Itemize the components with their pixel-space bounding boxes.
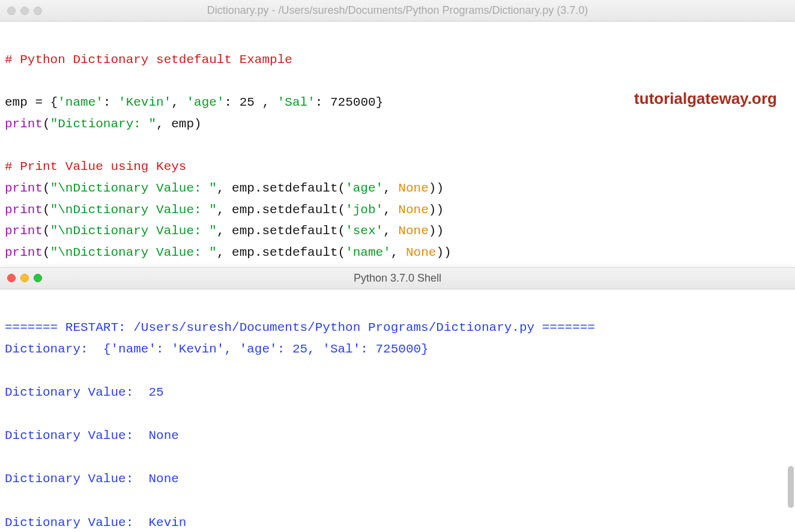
shell-output[interactable]: ======= RESTART: /Users/suresh/Documents… — [0, 289, 795, 532]
shell-titlebar: Python 3.7.0 Shell — [0, 268, 795, 289]
editor-window-title: Dictionary.py - /Users/suresh/Documents/… — [0, 4, 795, 17]
code-text: print("\nDictionary Value: ", emp.setdef… — [5, 203, 444, 217]
shell-traffic-lights — [7, 274, 42, 282]
shell-output-line: Dictionary Value: Kevin — [5, 516, 186, 530]
close-icon[interactable] — [7, 7, 16, 15]
code-text: print("Dictionary: ", emp) — [5, 117, 202, 131]
shell-output-line: Dictionary Value: None — [5, 429, 179, 443]
editor-titlebar: Dictionary.py - /Users/suresh/Documents/… — [0, 0, 795, 22]
shell-restart-line: ======= RESTART: /Users/suresh/Documents… — [5, 321, 595, 334]
scrollbar-thumb[interactable] — [788, 466, 794, 508]
code-comment: # Python Dictionary setdefault Example — [5, 53, 292, 67]
code-editor[interactable]: tutorialgateway.org# Python Dictionary s… — [0, 22, 795, 267]
editor-traffic-lights — [7, 7, 42, 15]
code-text: print("\nDictionary Value: ", emp.setdef… — [5, 181, 444, 195]
code-text: print("\nDictionary Value: ", emp.setdef… — [5, 246, 452, 259]
maximize-icon[interactable] — [34, 274, 42, 282]
code-text: emp = {'name': 'Kevin', 'age': 25 , 'Sal… — [5, 95, 383, 109]
shell-output-line: Dictionary: {'name': 'Kevin', 'age': 25,… — [5, 342, 429, 356]
shell-output-line: Dictionary Value: None — [5, 472, 179, 486]
shell-output-line: Dictionary Value: 25 — [5, 385, 164, 399]
code-comment: # Print Value using Keys — [5, 160, 186, 174]
scrollbar-vertical[interactable] — [788, 268, 794, 532]
minimize-icon[interactable] — [20, 7, 29, 15]
close-icon[interactable] — [7, 274, 16, 282]
maximize-icon[interactable] — [34, 7, 42, 15]
shell-window-title: Python 3.7.0 Shell — [0, 272, 795, 285]
minimize-icon[interactable] — [20, 274, 29, 282]
watermark-text: tutorialgateway.org — [634, 85, 777, 112]
code-text: print("\nDictionary Value: ", emp.setdef… — [5, 224, 444, 238]
